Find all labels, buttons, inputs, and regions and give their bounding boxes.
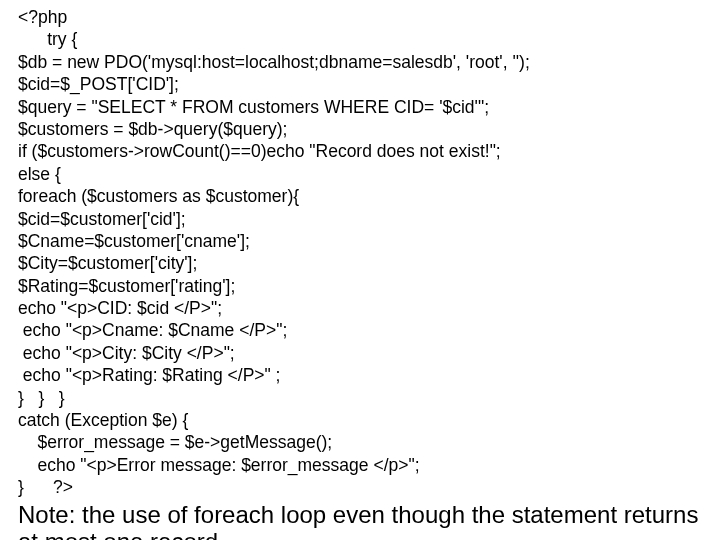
slide: <?php try { $db = new PDO('mysql:host=lo…: [0, 0, 720, 540]
note-text: Note: the use of foreach loop even thoug…: [18, 501, 702, 540]
code-block: <?php try { $db = new PDO('mysql:host=lo…: [18, 6, 702, 499]
